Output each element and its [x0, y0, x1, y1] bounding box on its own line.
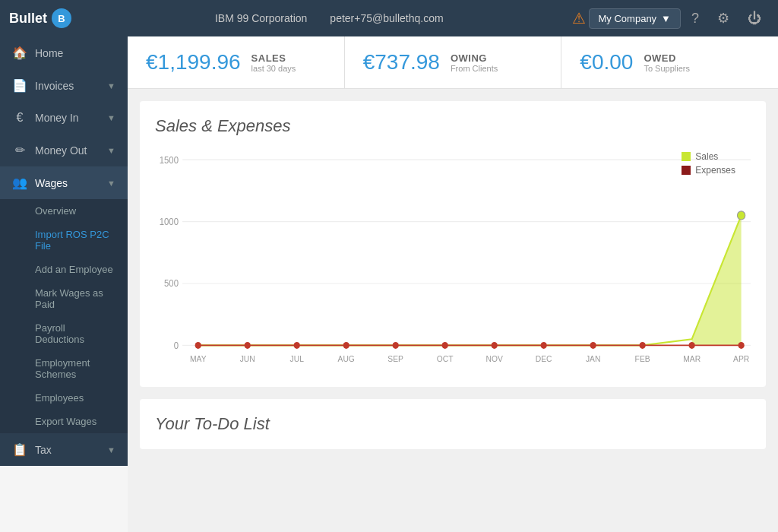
owed-label: OWED	[644, 52, 690, 64]
svg-text:JUN: JUN	[240, 353, 255, 363]
owing-right: OWING From Clients	[451, 52, 498, 73]
invoices-arrow: ▼	[107, 81, 115, 90]
company-name: IBM 99 Corporation	[215, 12, 307, 24]
stat-owing: €737.98 OWING From Clients	[345, 36, 562, 88]
sales-line	[198, 215, 742, 345]
tax-icon: 📋	[12, 442, 27, 457]
submenu-add-employee[interactable]: Add an Employee	[0, 258, 128, 281]
warning-icon[interactable]: ⚠	[572, 9, 586, 27]
settings-button[interactable]: ⚙	[710, 5, 737, 31]
legend-expenses-dot	[682, 166, 691, 175]
svg-text:MAY: MAY	[190, 353, 207, 363]
chart-container: Sales Expenses 1500 1000 500 0	[155, 151, 751, 372]
stat-sales: €1,199.96 SALES last 30 days	[128, 36, 345, 88]
dot-jul-exp	[294, 342, 300, 349]
sales-sublabel: last 30 days	[251, 64, 296, 73]
sidebar: 🏠 Home 📄 Invoices ▼ € Money In ▼ ✏ Money…	[0, 36, 128, 466]
legend-expenses: Expenses	[682, 165, 735, 176]
help-button[interactable]: ?	[684, 6, 707, 31]
sidebar-label-invoices: Invoices	[35, 80, 100, 92]
svg-text:SEP: SEP	[387, 353, 403, 363]
invoices-icon: 📄	[12, 78, 27, 93]
sidebar-label-money-out: Money Out	[35, 144, 100, 157]
sidebar-item-tax[interactable]: 📋 Tax ▼	[0, 433, 128, 466]
sales-label: SALES	[251, 52, 296, 64]
owed-right: OWED To Suppliers	[644, 52, 690, 73]
money-in-icon: €	[12, 111, 27, 125]
dot-apr-sales	[737, 211, 745, 220]
home-icon: 🏠	[12, 46, 27, 60]
owed-sublabel: To Suppliers	[644, 64, 690, 73]
wages-arrow: ▼	[107, 179, 115, 188]
svg-text:1000: 1000	[160, 217, 179, 228]
logo-badge: B	[52, 8, 71, 28]
money-in-arrow: ▼	[107, 113, 115, 122]
svg-text:JUL: JUL	[290, 353, 304, 363]
power-button[interactable]: ⏻	[740, 6, 769, 31]
stats-bar: €1,199.96 SALES last 30 days €737.98 OWI…	[128, 36, 778, 89]
sidebar-label-home: Home	[35, 47, 115, 59]
legend-expenses-label: Expenses	[695, 165, 735, 176]
owing-sublabel: From Clients	[451, 64, 498, 73]
content-area: €1,199.96 SALES last 30 days €737.98 OWI…	[128, 36, 778, 532]
dot-apr-exp	[738, 342, 744, 349]
sidebar-item-wages[interactable]: 👥 Wages ▼	[0, 166, 128, 199]
legend-sales: Sales	[682, 151, 735, 162]
sidebar-item-home[interactable]: 🏠 Home	[0, 36, 128, 69]
todo-section: Your To-Do List	[140, 399, 766, 449]
svg-text:FEB: FEB	[635, 353, 650, 363]
user-email: peter+75@bullethq.com	[330, 12, 443, 24]
owing-value: €737.98	[363, 50, 440, 74]
main-layout: 🏠 Home 📄 Invoices ▼ € Money In ▼ ✏ Money…	[0, 36, 778, 532]
svg-text:OCT: OCT	[437, 353, 454, 363]
svg-text:JAN: JAN	[586, 353, 600, 363]
stat-owed: €0.00 OWED To Suppliers	[561, 36, 778, 88]
money-out-arrow: ▼	[107, 146, 115, 155]
legend-sales-dot	[682, 152, 691, 161]
dot-aug-exp	[343, 342, 349, 349]
submenu-employees[interactable]: Employees	[0, 386, 128, 410]
dot-jun-exp	[245, 342, 251, 349]
chart-section: Sales & Expenses Sales Expenses 1500 100…	[140, 101, 766, 387]
company-button[interactable]: My Company ▼	[589, 8, 681, 29]
submenu-mark-wages-paid[interactable]: Mark Wages as Paid	[0, 281, 128, 316]
todo-title: Your To-Do List	[155, 414, 751, 434]
submenu-overview[interactable]: Overview	[0, 199, 128, 223]
submenu-export-wages[interactable]: Export Wages	[0, 410, 128, 433]
dot-oct-exp	[442, 342, 448, 349]
dot-dec-exp	[541, 342, 547, 349]
topnav-center: IBM 99 Corporation peter+75@bullethq.com	[94, 12, 565, 24]
sidebar-item-money-in[interactable]: € Money In ▼	[0, 102, 128, 134]
svg-text:AUG: AUG	[338, 353, 355, 363]
svg-text:DEC: DEC	[536, 353, 552, 363]
sidebar-item-invoices[interactable]: 📄 Invoices ▼	[0, 69, 128, 102]
dot-sep-exp	[393, 342, 399, 349]
svg-text:1500: 1500	[160, 154, 179, 166]
sales-value: €1,199.96	[146, 50, 241, 74]
dot-mar-exp	[689, 342, 695, 349]
dot-feb-exp	[640, 342, 646, 349]
submenu-import-ros[interactable]: Import ROS P2C File	[0, 223, 128, 258]
legend-sales-label: Sales	[695, 151, 718, 162]
svg-text:MAR: MAR	[683, 353, 701, 363]
chart-svg: 1500 1000 500 0	[155, 151, 751, 372]
wages-submenu: Overview Import ROS P2C File Add an Empl…	[0, 199, 128, 433]
dot-may-exp	[195, 342, 201, 349]
chart-title: Sales & Expenses	[155, 116, 751, 136]
svg-text:NOV: NOV	[486, 353, 504, 363]
logo: Bullet B	[9, 8, 71, 28]
top-navigation: Bullet B IBM 99 Corporation peter+75@bul…	[0, 0, 778, 36]
sidebar-item-money-out[interactable]: ✏ Money Out ▼	[0, 134, 128, 166]
svg-text:0: 0	[174, 340, 179, 351]
submenu-employment-schemes[interactable]: Employment Schemes	[0, 351, 128, 386]
topnav-right: ⚠ My Company ▼ ? ⚙ ⏻	[572, 5, 769, 31]
sidebar-label-money-in: Money In	[35, 112, 100, 124]
submenu-payroll-deductions[interactable]: Payroll Deductions	[0, 316, 128, 351]
sales-right: SALES last 30 days	[251, 52, 296, 73]
dot-nov-exp	[492, 342, 498, 349]
svg-text:500: 500	[164, 278, 179, 290]
sidebar-label-wages: Wages	[35, 177, 100, 189]
logo-text: Bullet	[9, 11, 47, 27]
dot-jan-exp	[590, 342, 596, 349]
money-out-icon: ✏	[12, 143, 27, 157]
